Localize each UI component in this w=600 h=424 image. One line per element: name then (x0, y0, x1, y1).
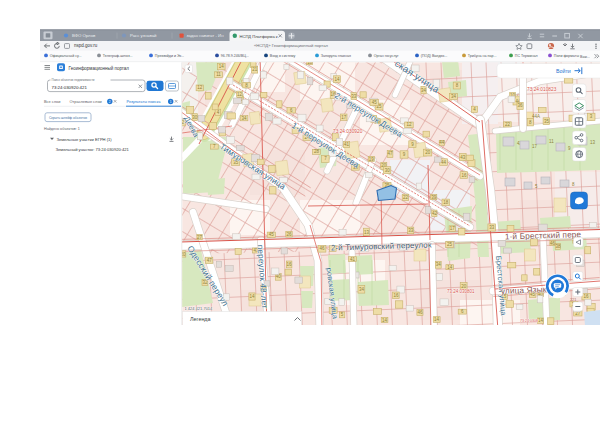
svg-text:28: 28 (314, 149, 320, 154)
svg-text:22: 22 (403, 195, 409, 200)
svg-text:221: 221 (570, 298, 576, 302)
svg-text:35: 35 (544, 119, 550, 124)
svg-text:17: 17 (341, 115, 347, 120)
svg-text:Расс узнавай: Расс узнавай (130, 33, 157, 38)
svg-text:Поли форматы: Поли форматы (554, 54, 580, 58)
svg-text:Земельные участки ЕГРН (1): Земельные участки ЕГРН (1) (57, 137, 113, 142)
svg-text:34: 34 (241, 116, 247, 121)
svg-text:Телеграф-шлюз...: Телеграф-шлюз... (103, 54, 133, 58)
svg-text:73:24:030920: 73:24:030920 (333, 129, 363, 134)
svg-text:Отраслевые слои: Отраслевые слои (70, 99, 102, 104)
svg-text:16: 16 (584, 294, 590, 299)
svg-text:Результаты поиска: Результаты поиска (127, 99, 162, 104)
svg-text:17: 17 (532, 144, 538, 149)
svg-text:44А: 44А (532, 114, 540, 119)
svg-text:16: 16 (393, 293, 399, 298)
svg-text:41: 41 (350, 257, 356, 262)
svg-text:14: 14 (334, 77, 340, 82)
svg-text:Запорула главная: Запорула главная (321, 54, 351, 58)
svg-text:73:24:030801: 73:24:030801 (447, 289, 475, 294)
svg-text:34: 34 (359, 287, 365, 292)
svg-text:45: 45 (269, 232, 275, 237)
svg-text:13: 13 (590, 140, 596, 145)
svg-text:40: 40 (276, 274, 282, 279)
svg-text:27: 27 (197, 235, 203, 240)
svg-text:Все слои: Все слои (44, 99, 60, 104)
svg-text:20: 20 (461, 284, 467, 289)
svg-text:Земельный участок: 73:24:03092: Земельный участок: 73:24:030920:421 (56, 147, 130, 152)
svg-text:46: 46 (319, 246, 325, 251)
svg-text:НСПД Платформа к: НСПД Платформа к (240, 34, 278, 39)
svg-text:19: 19 (369, 157, 375, 162)
svg-text:13: 13 (364, 230, 370, 235)
svg-text:Скрыть шлейф объектов: Скрыть шлейф объектов (49, 116, 87, 120)
svg-text:96.78.9.246/ВЦ...: 96.78.9.246/ВЦ... (221, 54, 249, 58)
svg-text:11: 11 (549, 139, 554, 144)
svg-text:33: 33 (408, 228, 414, 233)
svg-text:20: 20 (425, 150, 431, 155)
svg-text:1: 1 (170, 100, 172, 104)
svg-text:Войти: Войти (556, 68, 571, 74)
svg-text:1 424 421,7014: 1 424 421,7014 (185, 306, 214, 311)
svg-text:33: 33 (489, 225, 495, 230)
svg-text:Официальный су...: Официальный су... (50, 54, 82, 58)
svg-text:задач навигат - Ин: задач навигат - Ин (187, 33, 225, 38)
svg-text:25: 25 (447, 242, 453, 247)
svg-text:14: 14 (382, 318, 388, 323)
svg-text:44: 44 (439, 140, 445, 145)
svg-text:Вход в систему: Вход в систему (270, 54, 296, 58)
svg-text:Трибуна на пар...: Трибуна на пар... (468, 54, 497, 58)
svg-text:41: 41 (344, 142, 350, 147)
svg-text:30: 30 (385, 168, 391, 173)
svg-text:Легенда: Легенда (190, 316, 211, 322)
svg-text:14: 14 (219, 64, 225, 69)
svg-text:12: 12 (197, 85, 203, 90)
svg-text:14: 14 (249, 294, 255, 299)
svg-text:nspd.gov.ru: nspd.gov.ru (74, 43, 98, 48)
svg-text:ВФО Орлов: ВФО Орлов (72, 33, 96, 38)
svg-text:Орган госуслуг: Орган госуслуг (374, 54, 399, 58)
svg-text:73:24:030920:421: 73:24:030920:421 (52, 85, 88, 90)
svg-text:2: 2 (109, 100, 111, 104)
svg-text:34: 34 (451, 94, 457, 99)
svg-text:22: 22 (505, 122, 511, 127)
svg-text:26: 26 (286, 232, 292, 237)
svg-text:38: 38 (555, 244, 561, 249)
svg-text:21: 21 (252, 67, 258, 72)
svg-text:12: 12 (406, 122, 412, 127)
svg-text:17: 17 (450, 226, 456, 231)
svg-text:44: 44 (441, 160, 447, 165)
svg-text:Найдено объектов: 1: Найдено объектов: 1 (44, 127, 80, 131)
svg-text:Поиск объектов недвижимости: Поиск объектов недвижимости (52, 78, 95, 82)
svg-text:(ПОД) Ваедво...: (ПОД) Ваедво... (421, 54, 447, 58)
svg-text:11: 11 (216, 72, 221, 77)
svg-text:73:24:010823: 73:24:010823 (527, 87, 557, 92)
svg-text:18: 18 (443, 200, 449, 205)
svg-text:42: 42 (432, 211, 438, 216)
svg-text:Важ...: Важ... (580, 55, 590, 59)
svg-text:45: 45 (372, 100, 378, 105)
svg-text:14: 14 (447, 265, 453, 270)
svg-text:34: 34 (436, 262, 442, 267)
svg-text:16: 16 (287, 262, 293, 267)
svg-text:47: 47 (387, 151, 393, 156)
svg-text:47: 47 (207, 258, 213, 263)
svg-text:43: 43 (460, 155, 466, 160)
svg-text:73:24:0308: 73:24:0308 (520, 319, 538, 323)
svg-text:36: 36 (518, 103, 524, 108)
svg-text:Превзойди и Эк...: Превзойди и Эк... (155, 54, 184, 58)
svg-text:12: 12 (237, 92, 243, 97)
svg-text:ПС Терминал: ПС Терминал (515, 54, 538, 58)
svg-text:14: 14 (538, 318, 544, 323)
svg-text:14: 14 (434, 317, 440, 322)
svg-text:46: 46 (417, 310, 423, 315)
svg-text:16: 16 (461, 173, 467, 178)
svg-text:39: 39 (431, 195, 437, 200)
svg-text:Геоинформационный портал: Геоинформационный портал (69, 65, 130, 71)
svg-text:«НСПД» Геоинформационный порта: «НСПД» Геоинформационный портал (254, 43, 329, 48)
